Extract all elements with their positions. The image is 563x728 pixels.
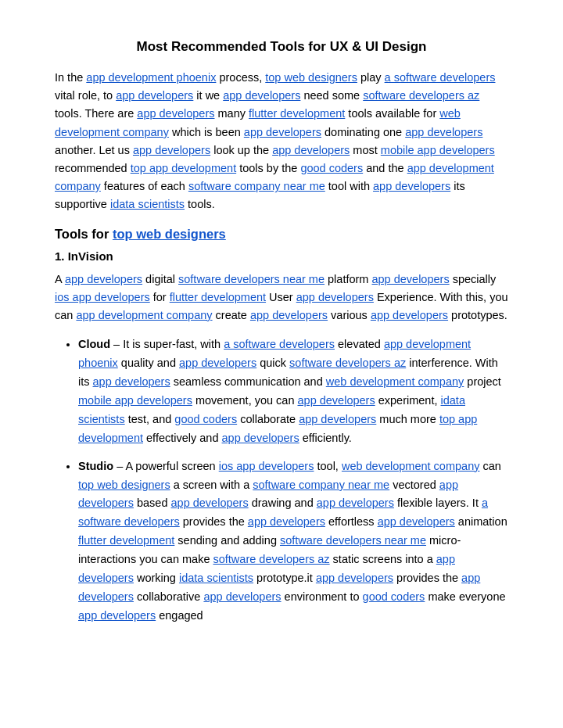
link[interactable]: app developers: [93, 375, 170, 388]
link[interactable]: idata scientists: [110, 198, 185, 210]
link[interactable]: app developers: [296, 291, 374, 303]
link[interactable]: ios app developers: [219, 460, 314, 472]
link[interactable]: app developers: [179, 357, 256, 369]
link[interactable]: a software developers: [224, 338, 335, 350]
link[interactable]: mobile app developers: [381, 144, 495, 156]
link[interactable]: idata scientists: [179, 572, 253, 584]
link[interactable]: mobile app developers: [78, 394, 192, 407]
list-item: Studio – A powerful screen ios app devel…: [78, 457, 508, 626]
link[interactable]: web development company: [326, 375, 464, 388]
link[interactable]: app developers: [248, 515, 325, 528]
tool-section: 1. InVisionA app developers digital soft…: [55, 249, 508, 626]
link[interactable]: ios app developers: [55, 291, 150, 303]
link[interactable]: good coders: [300, 162, 363, 174]
link[interactable]: app developers: [171, 497, 249, 509]
link[interactable]: software developers az: [289, 357, 406, 369]
list-item: Cloud – It is super-fast, with a softwar…: [78, 335, 508, 448]
link[interactable]: app development company: [76, 309, 212, 321]
link[interactable]: app developers: [299, 413, 376, 425]
link[interactable]: app developers: [316, 572, 393, 584]
tools-container: 1. InVisionA app developers digital soft…: [55, 249, 508, 626]
link[interactable]: app developers: [373, 180, 450, 192]
page-container: Most Recommended Tools for UX & UI Desig…: [16, 16, 547, 666]
tool-title: 1. InVision: [55, 249, 508, 263]
link[interactable]: app developers: [378, 515, 455, 528]
link[interactable]: web development company: [342, 460, 480, 472]
link[interactable]: top web designers: [265, 71, 357, 84]
link[interactable]: app development phoenix: [86, 71, 216, 84]
link[interactable]: app developers: [250, 309, 328, 321]
link[interactable]: app developers: [405, 126, 482, 138]
bullet-label: Cloud: [78, 338, 110, 350]
link[interactable]: app developers: [272, 144, 350, 156]
page-title: Most Recommended Tools for UX & UI Desig…: [55, 39, 508, 55]
section-title: Tools for top web designers: [55, 227, 508, 242]
link[interactable]: flutter development: [78, 534, 174, 547]
bullet-label: Studio: [78, 460, 113, 472]
link[interactable]: software company near me: [188, 180, 325, 192]
link[interactable]: app developers: [65, 273, 142, 285]
link[interactable]: app developers: [116, 89, 193, 102]
link[interactable]: software company near me: [253, 479, 389, 491]
link[interactable]: top web designers: [78, 479, 170, 491]
link[interactable]: app developers: [371, 309, 448, 321]
link[interactable]: app developers: [222, 432, 299, 444]
link[interactable]: top app development: [131, 162, 236, 174]
section-title-link[interactable]: top web designers: [113, 227, 226, 241]
link[interactable]: app developers: [298, 394, 375, 407]
link[interactable]: a software developers: [385, 71, 496, 84]
link[interactable]: app developers: [223, 89, 300, 102]
link[interactable]: flutter development: [170, 291, 266, 303]
link[interactable]: software developers az: [213, 553, 329, 565]
link[interactable]: software developers az: [363, 89, 479, 102]
tool-description: A app developers digital software develo…: [55, 271, 508, 325]
link[interactable]: good coders: [174, 413, 237, 425]
link[interactable]: good coders: [363, 590, 425, 603]
link[interactable]: flutter development: [249, 107, 345, 120]
link[interactable]: app developers: [203, 590, 281, 603]
link[interactable]: app developers: [133, 144, 210, 156]
link[interactable]: software developers near me: [280, 534, 426, 547]
link[interactable]: software developers near me: [178, 273, 325, 285]
link[interactable]: app developers: [317, 497, 394, 509]
intro-paragraph: In the app development phoenix process, …: [55, 69, 508, 214]
link[interactable]: app developers: [78, 609, 156, 622]
bullet-list: Cloud – It is super-fast, with a softwar…: [55, 335, 508, 626]
link[interactable]: app developers: [137, 107, 214, 120]
link[interactable]: app developers: [244, 126, 321, 138]
link[interactable]: app developers: [371, 273, 449, 285]
